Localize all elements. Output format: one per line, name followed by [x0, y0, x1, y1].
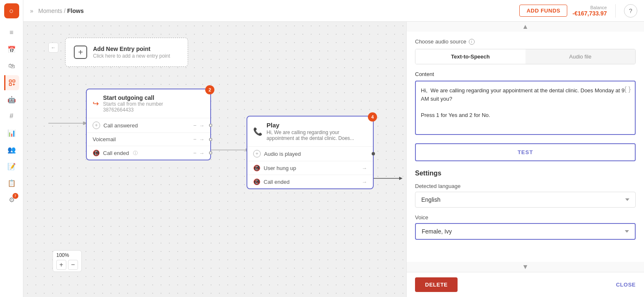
content-label: Content: [415, 71, 636, 77]
call-ended-arrow[interactable]: →: [199, 150, 204, 156]
sidebar-item-audit[interactable]: 📋: [4, 175, 19, 190]
call-answered-label: Call answered: [103, 122, 138, 129]
call-answered-arrow[interactable]: →: [199, 122, 204, 129]
scroll-up-button[interactable]: ▲: [407, 22, 644, 32]
content-wrapper: Hi, We are calling regarding your appoin…: [415, 81, 636, 137]
voicemail-arrow[interactable]: →: [199, 136, 204, 142]
delete-button[interactable]: DELETE: [415, 277, 458, 292]
user-hung-arrow[interactable]: →: [362, 165, 367, 171]
tab-tts[interactable]: Text-to-Speech: [415, 49, 526, 64]
call-answered-add[interactable]: +: [93, 122, 100, 129]
call-ended-row[interactable]: 📵 Call ended ⓘ − →: [87, 146, 210, 160]
add-funds-button[interactable]: ADD FUNDS: [519, 5, 567, 17]
start-node: 2 ↪ Start outgoing call Starts call from…: [86, 89, 211, 160]
play-node-info: Play Hi, We are calling regarding your a…: [267, 122, 367, 141]
play-node-title: Play: [267, 122, 367, 129]
user-hung-label: User hung up: [264, 165, 296, 171]
scroll-down-button[interactable]: ▼: [407, 262, 644, 272]
help-button[interactable]: ?: [624, 4, 637, 18]
audio-source-label: Choose audio source: [415, 38, 466, 45]
sidebar: ○ ≡ 📅 🛍 🤖 # 📊 👥 📝 📋 ⚙ 7: [0, 0, 23, 297]
play-call-ended-row[interactable]: 📵 Call ended →: [247, 175, 373, 188]
add-entry-subtitle: Click here to add a new entry point: [93, 53, 170, 59]
canvas-nav-arrow[interactable]: ←: [48, 43, 58, 53]
call-ended-minus[interactable]: −: [193, 150, 196, 156]
zoom-controls: 100% + −: [53, 250, 82, 272]
voicemail-minus[interactable]: −: [193, 136, 196, 142]
user-hung-row[interactable]: 📵 User hung up →: [247, 161, 373, 175]
voicemail-row[interactable]: Voicemail − →: [87, 132, 210, 146]
call-answered-minus[interactable]: −: [193, 122, 196, 129]
app-logo: ○: [4, 3, 19, 18]
call-ended-label: Call ended: [103, 150, 129, 156]
audio-played-label: Audio is played: [264, 151, 301, 157]
right-panel: ▲ Choose audio source i Text-to-Speech A…: [406, 22, 644, 297]
play-node-subtitle: Hi, We are calling regarding your appoin…: [267, 129, 367, 141]
start-node-badge: 2: [205, 85, 214, 94]
add-entry-title: Add New Entry point: [93, 46, 170, 52]
svg-rect-2: [9, 84, 11, 86]
call-ended-connector: [209, 151, 212, 155]
play-node-icon: 📞: [253, 127, 262, 136]
voice-select[interactable]: Female, Ivy: [415, 223, 636, 240]
play-node-badge: 4: [368, 112, 377, 122]
topbar: » Moments / Flows ADD FUNDS Balance -€16…: [23, 0, 644, 22]
canvas-area: ← + Add New: [23, 22, 644, 297]
sidebar-item-settings[interactable]: ⚙ 7: [4, 192, 19, 207]
svg-marker-7: [399, 177, 402, 180]
detected-language-select[interactable]: English: [415, 192, 636, 208]
start-node-header: ↪ Start outgoing call Starts call from t…: [87, 89, 210, 118]
panel-bottom: DELETE CLOSE: [407, 272, 644, 297]
audio-played-add[interactable]: +: [253, 150, 261, 157]
sidebar-item-analytics[interactable]: 📊: [4, 125, 19, 140]
sidebar-item-hashtag[interactable]: #: [4, 109, 19, 124]
play-node-header: 📞 Play Hi, We are calling regarding your…: [247, 117, 373, 146]
play-call-ended-icon: 📵: [253, 178, 260, 185]
call-ended-icon: 📵: [93, 150, 100, 156]
voicemail-connector: [209, 138, 212, 141]
call-answered-row[interactable]: + Call answered − →: [87, 118, 210, 132]
breadcrumb-prefix[interactable]: Moments: [38, 8, 63, 14]
voicemail-label: Voicemail: [93, 136, 116, 142]
content-textarea[interactable]: Hi, We are calling regarding your appoin…: [415, 81, 636, 135]
main-area: » Moments / Flows ADD FUNDS Balance -€16…: [23, 0, 644, 297]
detected-language-group: Detected language English: [415, 183, 636, 208]
sidebar-item-shop[interactable]: 🛍: [4, 58, 19, 74]
call-answered-connector: [209, 124, 212, 127]
start-node-icon: ↪: [93, 99, 99, 108]
test-button[interactable]: TEST: [415, 143, 636, 161]
sidebar-item-users[interactable]: 👥: [4, 142, 19, 157]
flow-canvas[interactable]: ← + Add New: [23, 22, 406, 297]
close-button[interactable]: CLOSE: [616, 282, 636, 288]
sidebar-item-list[interactable]: 📝: [4, 159, 19, 174]
balance-area: Balance -€167,733.97: [572, 5, 607, 17]
sidebar-item-calendar[interactable]: 📅: [4, 42, 19, 57]
audio-source-info-icon[interactable]: i: [469, 39, 475, 45]
zoom-in-button[interactable]: +: [56, 260, 66, 270]
voice-group: Voice Female, Ivy: [415, 214, 636, 240]
call-ended-info-icon: ⓘ: [133, 150, 138, 156]
audio-played-row[interactable]: + Audio is played: [247, 146, 373, 161]
start-node-title: Start outgoing call: [103, 94, 163, 101]
balance-label: Balance: [572, 5, 607, 10]
user-hung-icon: 📵: [253, 165, 260, 171]
collapse-button[interactable]: »: [30, 8, 33, 14]
zoom-level: 100%: [56, 252, 78, 258]
zoom-out-button[interactable]: −: [68, 260, 78, 270]
audio-source-tabs: Text-to-Speech Audio file: [415, 49, 636, 64]
add-entry-node[interactable]: + Add New Entry point Click here to add …: [65, 38, 188, 67]
sidebar-item-collapse[interactable]: ≡: [4, 25, 19, 40]
play-call-ended-arrow[interactable]: →: [362, 179, 367, 185]
start-node-info: Start outgoing call Starts call from the…: [103, 94, 163, 113]
add-entry-icon: +: [74, 46, 87, 59]
play-node: 4 📞 Play Hi, We are calling regarding yo…: [247, 116, 374, 189]
sidebar-item-flows[interactable]: [4, 75, 19, 90]
tab-audio-file[interactable]: Audio file: [526, 49, 636, 64]
topbar-divider: [615, 4, 616, 18]
settings-title: Settings: [415, 170, 636, 177]
breadcrumb-current: Flows: [67, 8, 84, 14]
sidebar-item-robot[interactable]: 🤖: [4, 92, 19, 107]
variable-icon[interactable]: { }: [624, 86, 631, 93]
breadcrumb-separator: /: [64, 8, 67, 14]
play-call-ended-label: Call ended: [264, 179, 289, 185]
